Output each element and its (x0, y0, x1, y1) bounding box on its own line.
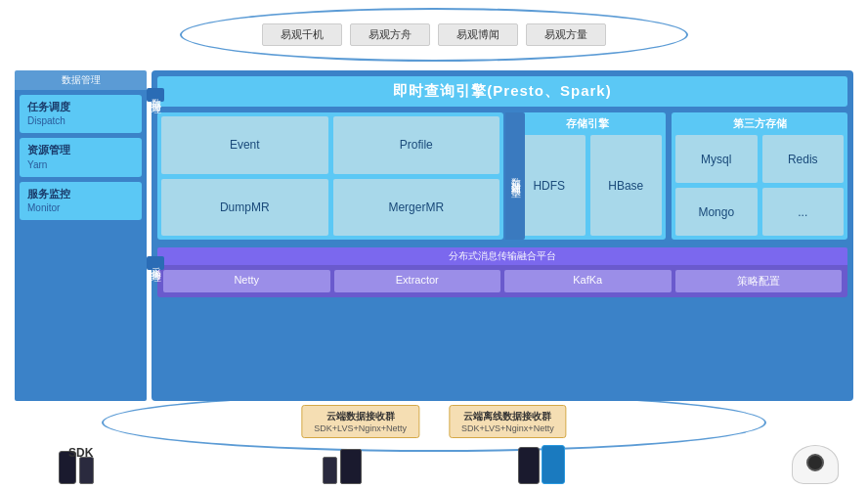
sdk-label: SDK (68, 446, 93, 460)
collect-mgmt-label: 采集管理 (147, 256, 164, 270)
cloud-receivers: 云端数据接收群 SDK+LVS+Nginx+Netty 云端离线数据接收群 SD… (301, 405, 566, 438)
query-bar: 即时查询引擎(Presto、Spark) (157, 76, 847, 107)
sidebar-items: 任务调度 Dispatch 资源管理 Yarn 服务监控 Monitor (15, 90, 147, 401)
middle-section: Event Profile DumpMR MergerMR 数据处理模型 存储引… (157, 112, 847, 240)
tablet-sm (323, 457, 337, 484)
device-camera (792, 445, 839, 484)
tab-qianji[interactable]: 易观千机 (262, 23, 342, 46)
app-phone (518, 447, 540, 484)
device-tablet (323, 449, 362, 484)
message-title-bar: 分布式消息传输融合平台 (157, 247, 847, 265)
sidebar-item-yarn[interactable]: 资源管理 Yarn (20, 138, 142, 176)
msg-netty: Netty (163, 270, 330, 292)
cloud-receiver-offline: 云端离线数据接收群 SDK+LVS+Nginx+Netty (449, 405, 567, 438)
storage-title: 存储引擎 (513, 116, 662, 131)
app-screen (542, 445, 565, 484)
message-bar-wrapper: 分布式消息传输融合平台 Netty Extractor KafKa 策略配置 (157, 247, 847, 297)
tab-bowen[interactable]: 易观博闻 (438, 23, 518, 46)
tab-fangliang[interactable]: 易观方量 (526, 23, 606, 46)
proc-mergermr: MergerMR (333, 179, 500, 237)
processing-box: Event Profile DumpMR MergerMR 数据处理模型 (157, 112, 503, 240)
top-tabs: 易观千机 易观方舟 易观博闻 易观方量 (262, 23, 606, 46)
thirdparty-box: 第三方存储 Mysql Redis Mongo ... (672, 112, 847, 240)
sidebar-item-dispatch[interactable]: 任务调度 Dispatch (20, 95, 142, 133)
camera-lens (806, 454, 824, 471)
device-mobile-app (518, 445, 565, 484)
storage-box: 存储引擎 HDFS HBase (509, 112, 666, 240)
tab-fanzhou[interactable]: 易观方舟 (350, 23, 430, 46)
tp-mysql: Mysql (675, 135, 758, 183)
storage-grid: HDFS HBase (513, 135, 662, 236)
tp-mongo: Mongo (675, 188, 758, 236)
tp-redis: Redis (762, 135, 845, 183)
msg-kafka: KafKa (504, 270, 672, 292)
phone-2 (79, 457, 94, 484)
proc-profile: Profile (333, 116, 500, 174)
sidebar-label: 数据管理 (15, 70, 147, 90)
thirdparty-grid: Mysql Redis Mongo ... (675, 135, 844, 236)
left-sidebar: 数据管理 任务调度 Dispatch 资源管理 Yarn 服务监控 Monito… (15, 70, 147, 401)
message-content: Netty Extractor KafKa 策略配置 (157, 265, 847, 297)
proc-dumpmr: DumpMR (161, 179, 328, 237)
storage-hbase: HBase (590, 135, 663, 236)
processing-grid: Event Profile DumpMR MergerMR (161, 116, 499, 236)
proc-event: Event (161, 116, 328, 174)
cloud-receiver-online: 云端数据接收群 SDK+LVS+Nginx+Netty (301, 405, 419, 438)
main-container: 即时查询引擎(Presto、Spark) Event Profile DumpM… (152, 70, 853, 401)
vert-label-processing: 数据处理模型 (505, 112, 525, 240)
thirdparty-title: 第三方存储 (675, 116, 844, 131)
msg-extractor: Extractor (334, 270, 501, 292)
data-mgmt-label: 数据管理 (147, 88, 164, 102)
tp-dots: ... (762, 188, 845, 236)
tablet-lg (340, 449, 362, 484)
sidebar-item-monitor[interactable]: 服务监控 Monitor (20, 182, 142, 220)
msg-policy: 策略配置 (675, 270, 843, 292)
